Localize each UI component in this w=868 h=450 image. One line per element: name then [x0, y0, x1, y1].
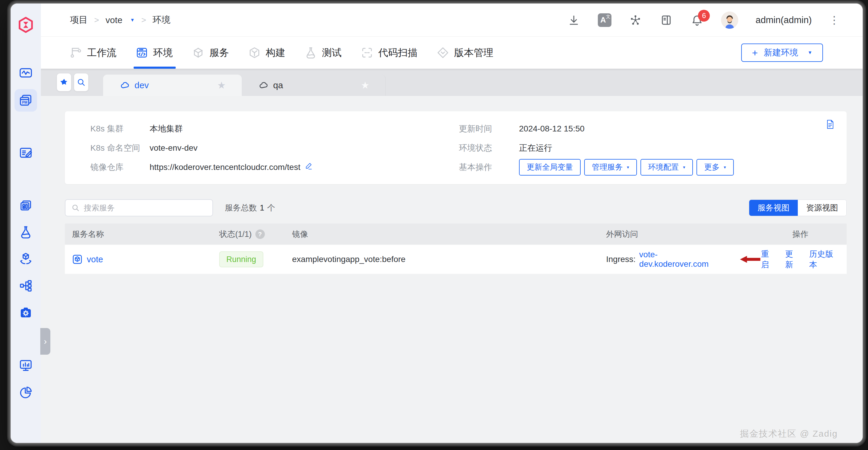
- favorite-star-icon[interactable]: ★: [361, 79, 369, 91]
- sidebar-item-resources[interactable]: [18, 278, 34, 294]
- breadcrumb-separator-icon: >: [141, 15, 146, 25]
- sidebar-item-projects[interactable]: PM: [18, 92, 34, 109]
- image-cell: examplevotingapp_vote:before: [292, 255, 606, 264]
- tab-build[interactable]: 构建: [248, 37, 285, 69]
- module-tabs: 工作流 环境 服务 构建: [69, 37, 493, 69]
- search-envs-button[interactable]: [74, 73, 88, 91]
- external-access-cell: Ingress: vote-dev.koderover.com: [606, 250, 761, 269]
- notification-badge: 6: [698, 10, 710, 22]
- tab-version[interactable]: 版本管理: [436, 37, 493, 69]
- svg-text:PM: PM: [22, 100, 28, 104]
- username[interactable]: admin(admin): [755, 15, 812, 26]
- search-input[interactable]: [84, 203, 207, 213]
- col-status: 状态(1/1) ?: [219, 229, 292, 239]
- ingress-label: Ingress:: [606, 255, 636, 264]
- chevron-down-icon: ▾: [724, 165, 726, 170]
- field-label: K8s 集群: [90, 123, 150, 134]
- sidebar-item-statistics[interactable]: [18, 357, 34, 374]
- sidebar-expand-handle[interactable]: ›: [40, 328, 50, 355]
- env-info-left: K8s 集群 本地集群 K8s 命名空间 vote-env-dev 镜像仓库 h…: [90, 122, 313, 180]
- more-actions-button[interactable]: 更多▾: [696, 159, 734, 175]
- delivery-box-icon: [19, 252, 33, 266]
- env-log-document-icon[interactable]: [825, 119, 835, 131]
- avatar[interactable]: [721, 11, 738, 29]
- env-tab-qa[interactable]: qa ★: [242, 74, 386, 96]
- status-cell: Running: [219, 251, 292, 267]
- code-scan-icon: [361, 46, 374, 59]
- breadcrumb-project-name[interactable]: vote: [105, 15, 122, 25]
- chevron-down-icon: ▾: [683, 165, 685, 170]
- field-label: 环境状态: [459, 142, 519, 154]
- sidebar-item-insight[interactable]: [18, 384, 34, 401]
- sidebar-item-delivery[interactable]: [18, 251, 34, 267]
- env-config-button[interactable]: 环境配置▾: [641, 159, 693, 175]
- chevron-down-icon: ▼: [808, 50, 812, 55]
- system-settings-icon: [19, 306, 33, 320]
- service-link[interactable]: vote: [87, 255, 103, 264]
- release-note-icon: [19, 146, 33, 160]
- download-icon[interactable]: [567, 13, 581, 27]
- status-badge: Running: [219, 251, 264, 267]
- breadcrumb-projects[interactable]: 项目: [70, 14, 88, 26]
- env-tab-dev[interactable]: dev ★: [103, 74, 242, 96]
- sidebar-item-quality[interactable]: [18, 224, 34, 240]
- chevron-right-icon: ›: [44, 336, 47, 346]
- favorite-envs-button[interactable]: [57, 73, 71, 91]
- top-bar: 项目 > vote ▼ > 环境 A 文: [41, 4, 863, 37]
- tab-services[interactable]: 服务: [192, 37, 229, 69]
- cloud-icon: [120, 80, 130, 90]
- service-total: 服务总数 1 个: [225, 202, 275, 213]
- more-kebab-icon[interactable]: ⋮: [829, 14, 840, 26]
- sidebar-item-release[interactable]: [18, 144, 34, 161]
- main-area: 项目 > vote ▼ > 环境 A 文: [41, 4, 863, 443]
- plus-icon: +: [752, 47, 758, 59]
- sidebar-item-settings[interactable]: [18, 304, 34, 321]
- annotation-red-arrow-icon: [739, 255, 761, 264]
- col-external-access: 外网访问: [606, 229, 761, 239]
- data-statistics-icon: [19, 358, 33, 373]
- favorite-star-icon[interactable]: ★: [217, 79, 226, 91]
- manage-services-button[interactable]: 管理服务▾: [584, 159, 637, 175]
- breadcrumb-current-page: 环境: [153, 14, 170, 26]
- dashboard-monitor-icon: [19, 66, 33, 80]
- docs-book-icon[interactable]: [659, 13, 673, 27]
- col-operations: 操作: [761, 229, 840, 239]
- service-toolbar: 服务总数 1 个 服务视图 资源视图: [65, 199, 847, 217]
- new-environment-button[interactable]: + 新建环境 ▼: [741, 43, 823, 62]
- tab-environment[interactable]: 环境: [135, 37, 173, 69]
- field-label: 镜像仓库: [90, 162, 150, 173]
- history-action[interactable]: 历史版本: [809, 249, 840, 270]
- hub-icon[interactable]: [629, 13, 642, 27]
- sidebar-item-dashboard[interactable]: [18, 65, 34, 82]
- translate-icon[interactable]: A 文: [598, 13, 612, 27]
- environment-content: K8s 集群 本地集群 K8s 命名空间 vote-env-dev 镜像仓库 h…: [41, 96, 863, 443]
- update-global-vars-button[interactable]: 更新全局变量: [519, 159, 581, 175]
- restart-action[interactable]: 重启: [761, 249, 776, 270]
- environment-code-icon: [135, 46, 148, 59]
- col-image: 镜像: [292, 229, 606, 239]
- tab-workflow[interactable]: 工作流: [69, 37, 117, 69]
- watermark: 掘金技术社区 @ Zadig: [740, 428, 838, 440]
- resource-view-toggle[interactable]: 资源视图: [798, 200, 846, 216]
- tab-code-scan[interactable]: 代码扫描: [361, 37, 417, 69]
- edit-pencil-icon[interactable]: [305, 162, 313, 172]
- build-hexagon-icon: [248, 46, 261, 59]
- bell-icon[interactable]: 6: [690, 13, 704, 27]
- table-row: vote Running examplevotingapp_vote:befor…: [65, 245, 847, 274]
- service-view-toggle[interactable]: 服务视图: [749, 200, 798, 216]
- update-time-value: 2024-08-12 15:50: [519, 124, 585, 133]
- sidebar-item-templates[interactable]: [18, 197, 34, 214]
- env-info-right: 更新时间 2024-08-12 15:50 环境状态 正在运行 基本操作 更新全…: [459, 122, 734, 180]
- registry-value: https://koderover.tencentcloudcr.com/tes…: [150, 163, 300, 172]
- environment-tab-strip: dev ★ qa ★: [41, 69, 863, 96]
- tab-test[interactable]: 测试: [304, 37, 342, 69]
- help-icon[interactable]: ?: [255, 229, 265, 239]
- projects-pm-icon: PM: [19, 93, 33, 107]
- update-action[interactable]: 更新: [785, 249, 800, 270]
- zadig-logo-icon[interactable]: [18, 17, 34, 33]
- project-dropdown-caret-icon[interactable]: ▼: [130, 18, 135, 23]
- service-total-count: 1: [260, 203, 264, 213]
- field-label: 基本操作: [459, 162, 519, 173]
- ingress-link[interactable]: vote-dev.koderover.com: [639, 250, 725, 269]
- service-search-box: [65, 199, 213, 217]
